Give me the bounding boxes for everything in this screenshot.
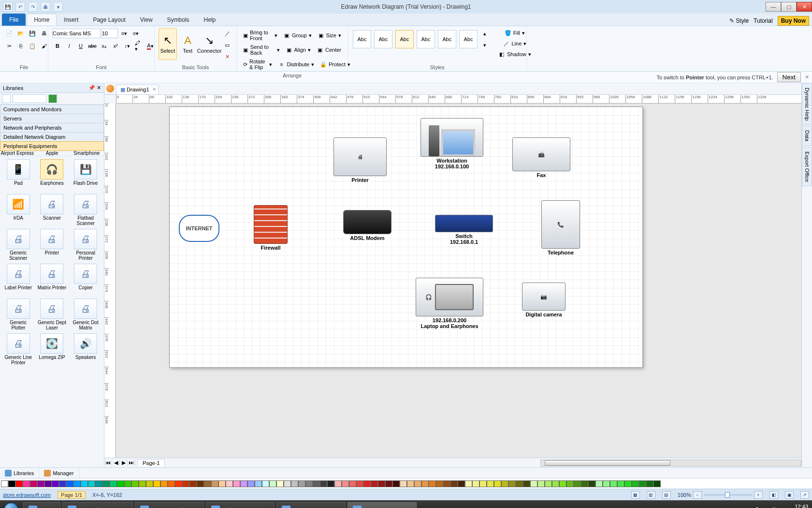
- color-swatch[interactable]: [334, 480, 342, 487]
- tab-symbols[interactable]: Symbols: [160, 14, 197, 26]
- shape-gallery[interactable]: 📱Pad🎧Earphones💾Flash Drive📶IrDA🖨Scanner🖨…: [0, 156, 104, 467]
- tab-help[interactable]: Help: [197, 14, 223, 26]
- shape-item[interactable]: 🖨Scanner: [36, 193, 69, 227]
- tip-next-button[interactable]: Next: [777, 72, 801, 82]
- color-swatch[interactable]: [523, 480, 530, 487]
- color-swatch[interactable]: [378, 480, 385, 487]
- color-swatch[interactable]: [392, 480, 400, 487]
- close-button[interactable]: ✕: [797, 2, 812, 12]
- side-tab-dynamic-help[interactable]: Dynamic Help: [802, 83, 812, 125]
- color-swatch[interactable]: [632, 480, 639, 487]
- color-swatch[interactable]: [429, 480, 436, 487]
- color-swatch[interactable]: [81, 480, 88, 487]
- strike-button[interactable]: abc: [87, 41, 98, 51]
- color-swatch[interactable]: [247, 480, 255, 487]
- style-swatch[interactable]: Abc: [459, 30, 478, 48]
- extra-1-icon[interactable]: ◧: [769, 491, 778, 499]
- color-swatch[interactable]: [581, 480, 588, 487]
- tab-page-layout[interactable]: Page Layout: [86, 14, 132, 26]
- color-swatch[interactable]: [146, 480, 153, 487]
- category-item[interactable]: Computers and Monitors: [0, 105, 104, 114]
- text-tool[interactable]: AText: [179, 28, 197, 60]
- lib-search-input[interactable]: [13, 94, 46, 103]
- tab-insert[interactable]: Insert: [57, 14, 86, 26]
- node-telephone[interactable]: 📞 Telephone: [541, 200, 580, 255]
- color-swatch[interactable]: [400, 480, 407, 487]
- qat-more-icon[interactable]: ▾: [53, 2, 63, 12]
- page-first-icon[interactable]: ⏮: [104, 460, 112, 466]
- taskbar-item[interactable]: Лаб 3 - Microsoft ...: [206, 502, 274, 508]
- category-item[interactable]: Network and Peripherals: [0, 123, 104, 133]
- color-swatch[interactable]: [588, 480, 595, 487]
- superscript-button[interactable]: x²: [110, 41, 121, 51]
- color-swatch[interactable]: [197, 480, 204, 487]
- color-swatch[interactable]: [269, 480, 276, 487]
- node-laptop[interactable]: 🎧 192.168.0.200 Laptop and Earphones: [416, 278, 483, 329]
- taskbar-item[interactable]: Skype: [23, 502, 60, 508]
- copy-icon[interactable]: ⎘: [15, 41, 26, 51]
- center-button[interactable]: ▣Center: [314, 45, 344, 55]
- color-swatch[interactable]: [160, 480, 168, 487]
- shape-item[interactable]: 🖨Matrix Printer: [36, 263, 69, 297]
- color-swatch[interactable]: [37, 480, 44, 487]
- qat-print-icon[interactable]: 🖶: [41, 2, 50, 12]
- node-camera[interactable]: 📷 Digital camera: [522, 283, 566, 317]
- buy-now-button[interactable]: Buy Now: [778, 16, 809, 26]
- shape-item[interactable]: 🖨Flatbad Scanner: [69, 193, 102, 227]
- color-swatch[interactable]: [385, 480, 392, 487]
- gallery-up-icon[interactable]: ▴: [479, 28, 490, 39]
- shape-item[interactable]: 🖨Personal Printer: [69, 228, 102, 262]
- page-last-icon[interactable]: ⏭: [128, 460, 135, 466]
- shape-item[interactable]: 💽Lomega ZIP: [36, 332, 69, 366]
- bottom-tab-libraries[interactable]: Libraries: [0, 468, 39, 478]
- extra-2-icon[interactable]: ▣: [785, 491, 794, 499]
- page-next-icon[interactable]: ▶: [120, 460, 128, 466]
- color-swatch[interactable]: [342, 480, 349, 487]
- font-color-icon[interactable]: A▾: [145, 41, 156, 51]
- new-icon[interactable]: 📄: [4, 28, 14, 39]
- size-button[interactable]: ▣Size ▾: [315, 30, 344, 40]
- underline-button[interactable]: U: [75, 41, 86, 51]
- color-swatch[interactable]: [617, 480, 624, 487]
- color-swatch[interactable]: [233, 480, 240, 487]
- select-tool[interactable]: ↖Select: [159, 28, 177, 60]
- page-prev-icon[interactable]: ◀: [112, 460, 120, 466]
- color-swatch[interactable]: [327, 480, 334, 487]
- shadow-button[interactable]: ◧Shadow ▾: [496, 49, 534, 59]
- qat-redo-icon[interactable]: ↷: [28, 2, 38, 12]
- horizontal-ruler[interactable]: 0346810213617020423827230634037440844247…: [116, 95, 801, 104]
- color-swatch[interactable]: [371, 480, 378, 487]
- highlight-icon[interactable]: 🖍▾: [133, 41, 144, 51]
- shape-item[interactable]: 🔊Speakers: [69, 332, 102, 366]
- color-swatch[interactable]: [595, 480, 603, 487]
- color-swatch[interactable]: [450, 480, 458, 487]
- group-button[interactable]: ▣Group ▾: [281, 30, 314, 40]
- start-button[interactable]: [0, 500, 22, 508]
- color-swatch[interactable]: [646, 480, 653, 487]
- send-to-back[interactable]: ▣Send to Back ▾: [241, 43, 282, 57]
- shape-item[interactable]: 🖨Generic Dept Laser: [36, 298, 69, 331]
- color-swatch[interactable]: [508, 480, 516, 487]
- lib-tool-icon[interactable]: [2, 94, 11, 103]
- font-size-select[interactable]: [102, 29, 118, 38]
- color-swatch[interactable]: [73, 480, 81, 487]
- color-swatch[interactable]: [59, 480, 66, 487]
- color-swatch[interactable]: [240, 480, 247, 487]
- color-swatch[interactable]: [479, 480, 487, 487]
- color-swatch[interactable]: [530, 480, 537, 487]
- color-swatch[interactable]: [494, 480, 501, 487]
- vertical-ruler[interactable]: 0346810213617020423827230634037440844247…: [104, 104, 116, 458]
- maximize-button[interactable]: ▢: [781, 2, 797, 12]
- color-swatch[interactable]: [443, 480, 450, 487]
- color-swatch[interactable]: [226, 480, 233, 487]
- view-mode-3-icon[interactable]: ▤: [662, 491, 671, 499]
- color-swatch[interactable]: [610, 480, 617, 487]
- color-swatch[interactable]: [117, 480, 124, 487]
- color-swatch[interactable]: [30, 480, 37, 487]
- taskbar-item[interactable]: lab3.pdf - STDU V...: [276, 502, 346, 508]
- shape-item[interactable]: 🖨Copier: [69, 263, 102, 297]
- doc-tab-close-icon[interactable]: ✕: [152, 87, 156, 92]
- horizontal-scrollbar[interactable]: [540, 460, 801, 466]
- shape-item[interactable]: 🖨Generic Dot Matrix: [69, 298, 102, 331]
- bottom-tab-manager[interactable]: Manager: [39, 468, 79, 478]
